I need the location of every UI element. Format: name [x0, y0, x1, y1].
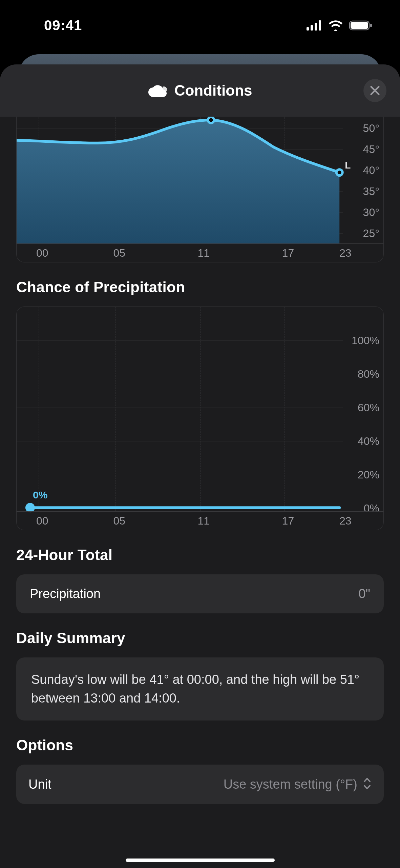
daily-summary-card: Sunday's low will be 41° at 00:00, and t…: [16, 657, 384, 721]
svg-rect-1: [311, 25, 313, 31]
selector-chevrons-icon: [363, 777, 372, 792]
low-marker-label: L: [345, 160, 351, 171]
unit-label: Unit: [28, 777, 51, 792]
cloud-icon: [148, 82, 168, 99]
status-indicators: [307, 20, 373, 31]
summary-text: Sunday's low will be 41° at 00:00, and t…: [31, 672, 359, 705]
status-time: 09:41: [44, 17, 82, 34]
conditions-modal: Conditions: [0, 64, 400, 868]
precipitation-chart[interactable]: 0% 100% 80% 60% 40% 20% 0% 00 05 11 17 2…: [16, 307, 384, 530]
svg-rect-5: [351, 22, 368, 29]
battery-icon: [349, 20, 373, 31]
precipitation-line: [17, 307, 383, 530]
unit-value: Use system setting (°F): [224, 777, 357, 792]
svg-rect-3: [319, 20, 321, 31]
close-button[interactable]: [363, 79, 386, 102]
modal-title: Conditions: [174, 82, 252, 99]
total-title: 24-Hour Total: [16, 547, 384, 564]
svg-point-8: [336, 170, 342, 176]
modal-header: Conditions: [0, 64, 400, 117]
svg-rect-2: [315, 23, 317, 31]
precipitation-title: Chance of Precipitation: [16, 279, 384, 296]
total-row-value: 0": [358, 587, 370, 601]
svg-point-7: [208, 117, 214, 123]
cellular-icon: [307, 20, 322, 31]
precipitation-x-axis: 00 05 11 17 23: [17, 511, 383, 530]
temperature-x-axis: 00 05 11 17 23: [17, 243, 383, 262]
summary-title: Daily Summary: [16, 630, 384, 647]
total-row-label: Precipitation: [30, 587, 101, 601]
temperature-line: [17, 117, 383, 262]
svg-rect-0: [307, 27, 309, 31]
precipitation-total-row: Precipitation 0": [16, 574, 384, 613]
precip-now-label: 0%: [33, 489, 47, 501]
options-title: Options: [16, 737, 384, 754]
close-icon: [370, 85, 380, 96]
temperature-chart[interactable]: L 50° 45° 40° 35° 30° 25° 00 05 11 17 23: [16, 117, 384, 262]
svg-rect-6: [370, 24, 372, 27]
wifi-icon: [328, 20, 343, 31]
unit-option-row[interactable]: Unit Use system setting (°F): [16, 765, 384, 804]
status-bar: 09:41: [0, 0, 400, 51]
svg-point-10: [25, 503, 35, 512]
home-indicator[interactable]: [126, 859, 275, 862]
